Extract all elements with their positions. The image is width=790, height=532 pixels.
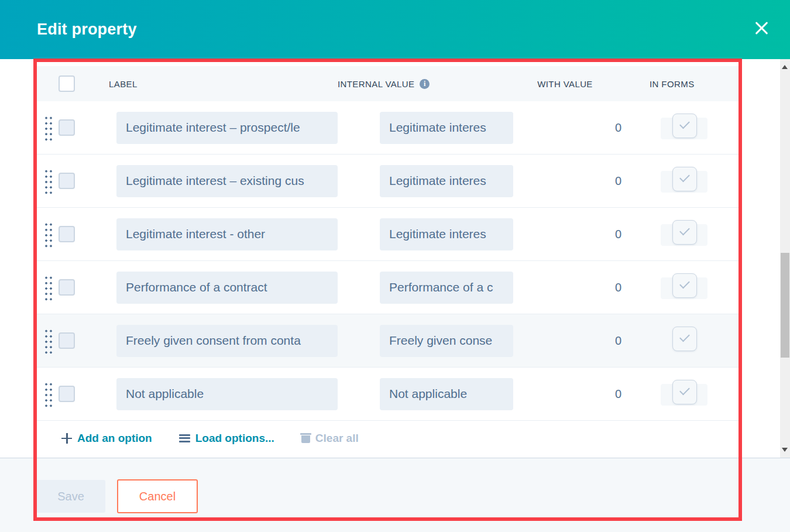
scrollbar-thumb[interactable] <box>781 253 789 358</box>
in-forms-cell <box>650 112 742 144</box>
option-internal-value-input[interactable]: Performance of a c <box>380 272 513 304</box>
checkmark-icon <box>679 385 690 395</box>
option-label-text: Performance of a contract <box>126 280 267 294</box>
page-title: Edit property <box>37 20 137 39</box>
option-internal-value-input[interactable]: Freely given conse <box>380 325 513 357</box>
in-forms-checkbox[interactable] <box>672 273 697 298</box>
row-checkbox[interactable] <box>59 279 75 296</box>
option-label-text: Legitimate interest - other <box>126 227 265 241</box>
with-value-count: 0 <box>513 174 650 188</box>
option-internal-value-text: Legitimate interes <box>389 174 486 188</box>
checkmark-icon <box>679 118 690 129</box>
option-label-text: Freely given consent from conta <box>126 334 301 348</box>
option-label-input[interactable]: Legitimate interest – prospect/le <box>116 112 338 144</box>
option-internal-value-input[interactable]: Not applicable <box>380 378 513 410</box>
option-internal-value-text: Freely given conse <box>389 334 492 348</box>
row-checkbox[interactable] <box>59 332 75 349</box>
option-row: Performance of a contract Performance of… <box>37 261 742 314</box>
option-row: Freely given consent from conta Freely g… <box>37 314 742 368</box>
in-forms-cell <box>650 378 742 410</box>
checkmark-icon <box>679 331 690 342</box>
drag-handle-icon[interactable] <box>44 167 53 194</box>
info-icon[interactable]: i <box>420 79 430 89</box>
option-label-input[interactable]: Freely given consent from conta <box>116 325 338 357</box>
drag-handle-icon[interactable] <box>44 327 53 354</box>
select-all-checkbox[interactable] <box>59 75 75 92</box>
options-table: LABEL INTERNAL VALUE i WITH VALUE IN FOR… <box>37 66 742 455</box>
option-label-input[interactable]: Performance of a contract <box>116 272 338 304</box>
in-forms-checkbox[interactable] <box>672 114 697 138</box>
option-internal-value-input[interactable]: Legitimate interes <box>380 165 513 197</box>
trash-icon <box>301 433 310 443</box>
checkmark-icon <box>679 278 690 289</box>
option-label-input[interactable]: Not applicable <box>116 378 338 410</box>
in-forms-cell <box>650 218 742 250</box>
in-forms-cell <box>650 272 742 304</box>
option-label-text: Legitimate interest – prospect/le <box>126 121 300 135</box>
option-label-text: Not applicable <box>126 387 204 401</box>
scroll-up-icon[interactable] <box>782 65 788 69</box>
checkmark-icon <box>679 171 690 182</box>
option-row: Legitimate interest – existing cus Legit… <box>37 155 742 208</box>
drag-handle-icon[interactable] <box>44 221 53 248</box>
with-value-count: 0 <box>513 121 650 135</box>
add-option-label: Add an option <box>77 432 152 445</box>
drag-handle-icon[interactable] <box>44 380 53 407</box>
option-internal-value-text: Not applicable <box>389 387 467 401</box>
in-forms-checkbox[interactable] <box>672 220 697 245</box>
option-row: Legitimate interest - other Legitimate i… <box>37 208 742 261</box>
with-value-count: 0 <box>513 281 650 294</box>
row-checkbox[interactable] <box>59 119 75 136</box>
save-button[interactable]: Save <box>36 480 105 513</box>
option-label-input[interactable]: Legitimate interest – existing cus <box>116 165 338 197</box>
row-checkbox[interactable] <box>59 386 75 402</box>
option-internal-value-text: Legitimate interes <box>389 121 486 135</box>
in-forms-checkbox[interactable] <box>672 327 697 351</box>
modal-footer: Save Cancel <box>0 458 790 532</box>
option-label-input[interactable]: Legitimate interest - other <box>116 218 338 250</box>
option-label-text: Legitimate interest – existing cus <box>126 174 304 188</box>
row-checkbox[interactable] <box>59 173 75 189</box>
column-header-label: LABEL <box>109 79 338 89</box>
option-internal-value-text: Legitimate interes <box>389 227 486 241</box>
clear-all-button[interactable]: Clear all <box>301 432 359 445</box>
option-actions-row: Add an option Load options... Clear all <box>37 421 742 455</box>
option-row: Legitimate interest – prospect/le Legiti… <box>37 101 742 155</box>
in-forms-checkbox[interactable] <box>672 167 697 191</box>
with-value-count: 0 <box>513 228 650 241</box>
modal-body: LABEL INTERNAL VALUE i WITH VALUE IN FOR… <box>0 59 780 458</box>
in-forms-cell <box>650 325 742 357</box>
add-option-button[interactable]: Add an option <box>61 432 152 445</box>
column-header-with-value: WITH VALUE <box>514 79 616 89</box>
column-header-internal-value: INTERNAL VALUE i <box>338 79 479 89</box>
column-header-in-forms: IN FORMS <box>650 79 695 89</box>
cancel-button[interactable]: Cancel <box>117 479 198 513</box>
list-icon <box>179 434 190 442</box>
drag-handle-icon[interactable] <box>44 274 53 301</box>
option-internal-value-text: Performance of a c <box>389 280 493 294</box>
scrollbar[interactable] <box>780 59 790 458</box>
drag-handle-icon[interactable] <box>44 114 53 141</box>
row-checkbox[interactable] <box>59 226 75 242</box>
with-value-count: 0 <box>513 387 650 401</box>
close-icon[interactable] <box>753 20 770 36</box>
modal-header: Edit property <box>0 0 790 59</box>
option-row: Not applicable Not applicable 0 <box>37 368 742 421</box>
load-options-label: Load options... <box>195 432 274 445</box>
option-internal-value-input[interactable]: Legitimate interes <box>380 218 513 250</box>
checkmark-icon <box>679 225 690 235</box>
with-value-count: 0 <box>513 334 650 348</box>
in-forms-checkbox[interactable] <box>672 380 697 404</box>
scroll-down-icon[interactable] <box>782 448 788 452</box>
column-header-internal-value-text: INTERNAL VALUE <box>338 79 414 89</box>
plus-icon <box>61 433 72 444</box>
clear-all-label: Clear all <box>315 432 359 445</box>
option-internal-value-input[interactable]: Legitimate interes <box>380 112 513 144</box>
in-forms-cell <box>650 165 742 197</box>
load-options-button[interactable]: Load options... <box>179 432 274 445</box>
table-header-row: LABEL INTERNAL VALUE i WITH VALUE IN FOR… <box>37 66 742 101</box>
